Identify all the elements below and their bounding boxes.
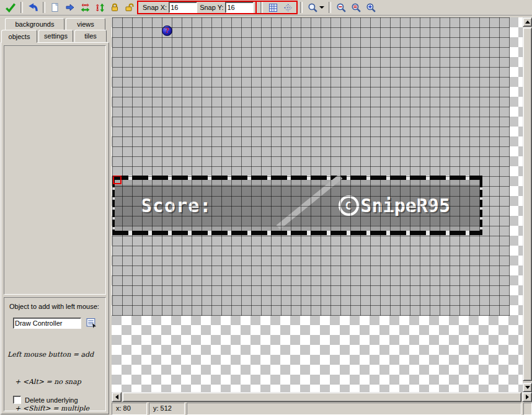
isometric-toggle-button[interactable] <box>280 1 295 14</box>
banner-border-bottom <box>112 231 482 235</box>
triangle-down-icon <box>525 386 530 389</box>
copyright-icon: C <box>339 195 359 216</box>
toolbar-separator <box>43 2 45 13</box>
status-x-coordinate: x: 80 <box>112 403 147 415</box>
tab-views[interactable]: views <box>66 18 105 30</box>
zoom-actual-button[interactable] <box>348 1 363 14</box>
add-object-section: Object to add with left mouse: Left mous… <box>4 297 106 411</box>
score-label: Score: <box>141 195 211 216</box>
triangle-left-icon <box>115 395 118 399</box>
object-picker-icon <box>86 318 97 329</box>
object-menu-button[interactable] <box>85 318 97 329</box>
zoom-out-icon <box>336 2 347 13</box>
snap-x-label: Snap X: <box>143 4 167 11</box>
tab-label: tiles <box>84 32 97 40</box>
blank-page-icon <box>50 2 60 12</box>
status-bar: x: 80 y: 512 <box>112 403 532 415</box>
grid-toggle-button[interactable] <box>265 1 280 14</box>
sidebar: backgrounds views objects settings tiles… <box>0 16 110 415</box>
object-list-area[interactable] <box>4 45 106 295</box>
confirm-button[interactable] <box>3 1 18 14</box>
arrow-right-icon <box>65 2 75 12</box>
tab-settings[interactable]: settings <box>38 30 73 42</box>
object-prompt-label: Object to add with left mouse: <box>9 303 99 310</box>
grid-icon <box>268 3 278 12</box>
horizontal-scroll-thumb[interactable] <box>122 392 521 402</box>
objects-tab-panel: Object to add with left mouse: Left mous… <box>1 42 109 414</box>
check-icon <box>5 2 16 13</box>
credit-text: C SnipeR95 <box>339 195 451 216</box>
snap-y-input[interactable] <box>225 2 254 13</box>
selection-origin-marker <box>113 176 122 184</box>
status-end-panel <box>523 403 532 415</box>
question-mark-glyph: ? <box>165 27 169 35</box>
snap-x-input[interactable] <box>169 2 197 13</box>
vertical-scrollbar[interactable] <box>523 17 532 392</box>
sort-horizontal-button[interactable] <box>78 1 92 14</box>
tab-label: objects <box>9 33 30 40</box>
help-line: + <Shift> = multiple <box>7 404 105 414</box>
grid-highlight-box <box>257 1 298 14</box>
snap-y-label: Snap Y: <box>200 4 223 11</box>
lock-icon <box>110 2 120 12</box>
horizontal-scrollbar[interactable] <box>112 392 532 402</box>
tab-label: settings <box>44 32 68 40</box>
triangle-up-icon <box>525 20 530 24</box>
clear-button[interactable] <box>48 1 63 14</box>
dropdown-caret-icon <box>319 6 324 9</box>
instance-ball-object[interactable]: ? <box>162 25 172 36</box>
vertical-arrows-icon <box>95 2 105 13</box>
tab-label: backgrounds <box>16 20 55 28</box>
help-line: Left mouse button = add <box>7 350 105 360</box>
scroll-up-button[interactable] <box>523 17 532 27</box>
zoom-actual-icon <box>351 2 361 13</box>
tab-tiles[interactable]: tiles <box>74 30 107 42</box>
scroll-left-button[interactable] <box>112 392 122 402</box>
isometric-grid-icon <box>283 3 293 12</box>
toolbar-separator <box>329 2 331 13</box>
toolbar-separator <box>20 2 23 13</box>
delete-underlying-row: Delete underlying <box>13 396 78 404</box>
unlock-icon <box>125 2 135 12</box>
zoom-menu-button[interactable] <box>305 1 326 14</box>
zoom-in-button[interactable] <box>363 1 378 14</box>
instance-score-banner[interactable]: Score: C SnipeR95 <box>112 176 482 235</box>
room-grid[interactable]: ? Score: C SnipeR95 <box>112 17 510 316</box>
status-message-panel <box>187 403 521 415</box>
credit-name: SnipeR95 <box>361 195 451 216</box>
scroll-down-button[interactable] <box>523 383 532 392</box>
lock-button[interactable] <box>107 1 122 14</box>
sort-vertical-button[interactable] <box>92 1 107 14</box>
object-name-input[interactable] <box>13 318 81 329</box>
vertical-scroll-thumb[interactable] <box>523 27 532 381</box>
tab-objects[interactable]: objects <box>1 30 37 43</box>
toolbar-separator <box>260 2 263 13</box>
help-line: + <Alt> = no snap <box>7 378 105 387</box>
banner-border-right <box>480 180 482 231</box>
triangle-right-icon <box>526 395 529 399</box>
delete-underlying-checkbox[interactable] <box>13 396 21 404</box>
horizontal-arrows-icon <box>80 2 91 13</box>
zoom-out-button[interactable] <box>334 1 348 14</box>
toolbar-separator <box>300 2 303 13</box>
room-canvas[interactable]: ? Score: C SnipeR95 <box>112 17 523 392</box>
magnifier-icon <box>308 2 318 13</box>
banner-border-top <box>112 176 482 180</box>
scroll-right-button[interactable] <box>522 392 532 402</box>
snap-highlight-box: Snap X: Snap Y: <box>137 1 257 14</box>
tab-label: views <box>77 20 94 28</box>
tab-backgrounds[interactable]: backgrounds <box>5 18 64 30</box>
shift-view-button[interactable] <box>63 1 78 14</box>
undo-button[interactable] <box>25 1 40 14</box>
delete-underlying-label: Delete underlying <box>25 396 78 404</box>
grid-lines-overlay <box>112 17 510 316</box>
zoom-in-icon <box>366 2 376 13</box>
toolbar: Snap X: Snap Y: <box>0 0 532 16</box>
unlock-button[interactable] <box>122 1 137 14</box>
undo-icon <box>27 2 38 13</box>
status-y-coordinate: y: 512 <box>149 403 185 415</box>
banner-body: Score: C SnipeR95 <box>115 180 480 231</box>
